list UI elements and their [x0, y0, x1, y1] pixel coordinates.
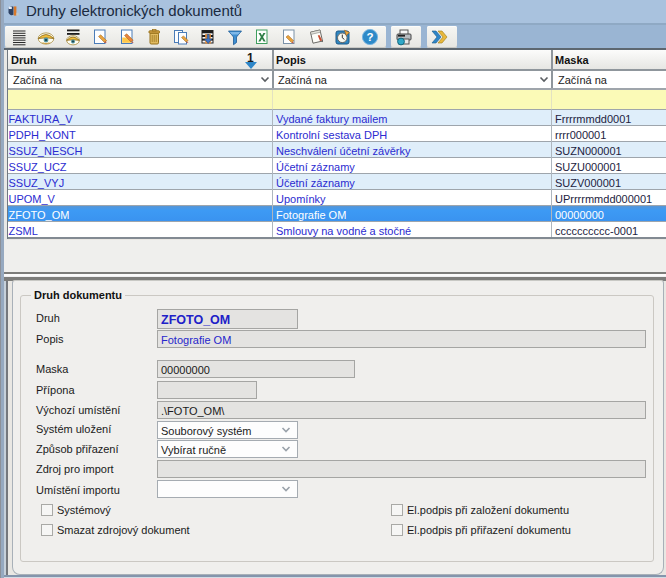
svg-text:?: ? [366, 31, 373, 43]
